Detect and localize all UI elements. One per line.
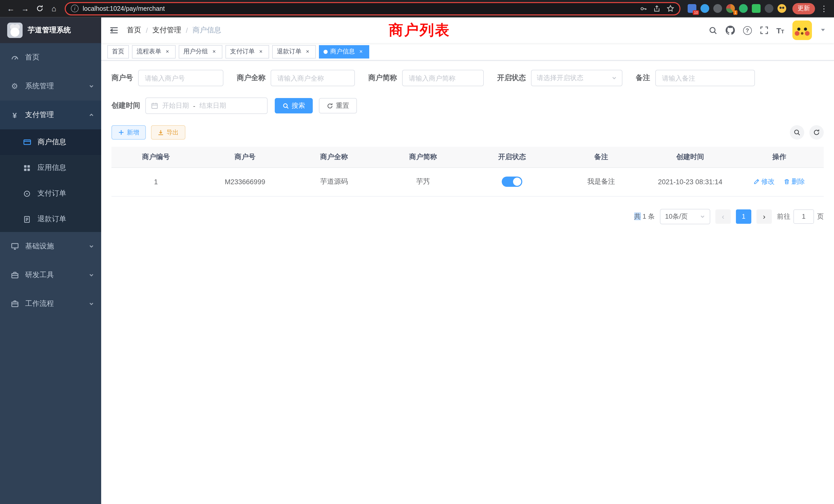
site-info-icon[interactable]: i <box>71 5 79 12</box>
goto-label: 前往 <box>777 212 790 221</box>
tab-flow-form[interactable]: 流程表单× <box>132 45 176 58</box>
tab-label: 首页 <box>112 47 124 56</box>
search-icon[interactable] <box>708 26 717 35</box>
close-icon[interactable]: × <box>257 48 264 55</box>
breadcrumb-separator: / <box>146 26 148 35</box>
sidebar-item-dev-tools[interactable]: 研发工具 <box>0 261 101 290</box>
edit-link[interactable]: 修改 <box>754 177 775 186</box>
tab-refund-order[interactable]: 退款订单× <box>272 45 316 58</box>
yen-icon: ¥ <box>10 111 19 119</box>
close-icon[interactable]: × <box>211 48 218 55</box>
sidebar-item-merchant-info[interactable]: 商户信息 <box>0 129 101 155</box>
total-text: 共 1 条 <box>634 212 655 221</box>
export-button[interactable]: 导出 <box>151 125 185 140</box>
url-text[interactable]: localhost:1024/pay/merchant <box>83 5 165 12</box>
breadcrumb-pay[interactable]: 支付管理 <box>153 26 181 35</box>
toggle-search-icon[interactable] <box>790 125 804 140</box>
reset-button[interactable]: 重置 <box>319 98 357 113</box>
full-name-label: 商户全称 <box>237 73 265 83</box>
sidebar-item-infra[interactable]: 基础设施 <box>0 232 101 261</box>
browser-menu-icon[interactable]: ⋮ <box>818 4 830 13</box>
dashboard-icon <box>10 53 19 62</box>
browser-update-button[interactable]: 更新 <box>792 3 815 14</box>
page-annotation-title: 商户列表 <box>389 21 451 40</box>
fullscreen-icon[interactable] <box>760 26 768 35</box>
date-start-placeholder: 开始日期 <box>162 101 189 110</box>
create-time-label: 创建时间 <box>111 101 140 110</box>
bookmark-star-icon[interactable] <box>666 5 674 12</box>
merchant-no-input[interactable] <box>138 70 223 86</box>
cell-remark: 我是备注 <box>557 167 646 196</box>
tab-user-group[interactable]: 用户分组× <box>179 45 222 58</box>
extension-pin-icon[interactable] <box>765 4 773 13</box>
extension-green-circle-icon[interactable] <box>739 4 748 13</box>
sidebar-item-system[interactable]: ⚙ 系统管理 <box>0 72 101 100</box>
create-time-range-picker[interactable]: 开始日期 - 结束日期 <box>145 97 267 114</box>
remark-input[interactable] <box>655 70 755 86</box>
extension-emoji-icon[interactable] <box>777 4 786 13</box>
user-avatar[interactable] <box>792 21 812 40</box>
sidebar-item-pay[interactable]: ¥ 支付管理 <box>0 100 101 129</box>
cell-merchant-no: M233666999 <box>200 167 290 196</box>
page-size-select[interactable]: 10条/页 <box>660 209 710 224</box>
page-1-button[interactable]: 1 <box>736 209 751 224</box>
github-icon[interactable] <box>725 26 734 35</box>
hamburger-icon[interactable] <box>109 26 118 35</box>
sidebar-item-refund-order[interactable]: 退款订单 <box>0 206 101 232</box>
active-dot <box>324 49 328 54</box>
merchant-table: 商户编号 商户号 商户全称 商户简称 开启状态 备注 创建时间 操作 1 <box>111 147 824 196</box>
browser-forward-icon[interactable]: → <box>19 2 32 15</box>
password-key-icon[interactable] <box>640 5 647 12</box>
status-select[interactable]: 请选择开启状态 <box>531 70 622 86</box>
app-logo[interactable]: 芋道管理系统 <box>0 18 101 43</box>
cell-merchant-id: 1 <box>111 167 200 196</box>
browser-home-icon[interactable]: ⌂ <box>47 2 61 15</box>
refresh-table-icon[interactable] <box>809 125 824 140</box>
address-bar[interactable]: i localhost:1024/pay/merchant <box>65 2 680 15</box>
goto-page-input[interactable] <box>793 209 814 224</box>
delete-link[interactable]: 删除 <box>784 177 805 186</box>
share-icon[interactable] <box>653 5 660 12</box>
date-end-placeholder: 结束日期 <box>199 101 226 110</box>
close-icon[interactable]: × <box>304 48 311 55</box>
cell-short-name: 芋艿 <box>378 167 467 196</box>
search-button[interactable]: 搜索 <box>275 98 313 113</box>
extension-drop-icon[interactable] <box>701 4 709 13</box>
col-merchant-no: 商户号 <box>200 147 290 167</box>
help-icon[interactable]: ? <box>743 26 751 35</box>
chevron-down-icon <box>612 75 617 81</box>
extension-blue-icon[interactable]: 10 <box>688 4 696 13</box>
tab-home[interactable]: 首页 <box>107 45 129 58</box>
sidebar-item-home[interactable]: 首页 <box>0 43 101 72</box>
browser-reload-icon[interactable] <box>33 2 46 15</box>
extension-dark-icon[interactable] <box>713 4 722 13</box>
col-remark: 备注 <box>557 147 646 167</box>
font-size-icon[interactable]: TT <box>776 26 784 35</box>
add-button[interactable]: 新增 <box>111 125 146 140</box>
breadcrumb-home[interactable]: 首页 <box>127 26 141 35</box>
sidebar-item-pay-order[interactable]: 支付订单 <box>0 181 101 206</box>
avatar-dropdown-caret-icon[interactable] <box>820 26 826 35</box>
sidebar-item-app-info[interactable]: 应用信息 <box>0 155 101 181</box>
tab-merchant-info[interactable]: 商户信息× <box>319 45 369 58</box>
status-toggle[interactable] <box>502 177 522 187</box>
extension-multicolor-icon[interactable]: 1 <box>726 4 735 13</box>
close-icon[interactable]: × <box>164 48 171 55</box>
col-merchant-id: 商户编号 <box>111 147 200 167</box>
chevron-down-icon <box>89 244 94 249</box>
remark-label: 备注 <box>636 73 650 83</box>
app-navbar: 首页 / 支付管理 / 商户信息 ? <box>101 18 834 43</box>
full-name-input[interactable] <box>271 70 355 86</box>
sidebar: 芋道管理系统 首页 ⚙ 系统管理 ¥ 支付管理 <box>0 18 101 504</box>
extension-green-square-icon[interactable] <box>752 4 761 13</box>
prev-page-button[interactable]: ‹ <box>716 209 731 224</box>
refresh-icon <box>327 102 333 109</box>
next-page-button[interactable]: › <box>756 209 772 224</box>
cell-actions: 修改 删除 <box>734 167 824 196</box>
short-name-input[interactable] <box>402 70 484 86</box>
tab-pay-order[interactable]: 支付订单× <box>225 45 269 58</box>
sidebar-item-workflow[interactable]: 工作流程 <box>0 290 101 318</box>
browser-back-icon[interactable]: ← <box>4 2 18 15</box>
close-icon[interactable]: × <box>357 48 365 55</box>
sidebar-item-label: 工作流程 <box>25 299 54 308</box>
